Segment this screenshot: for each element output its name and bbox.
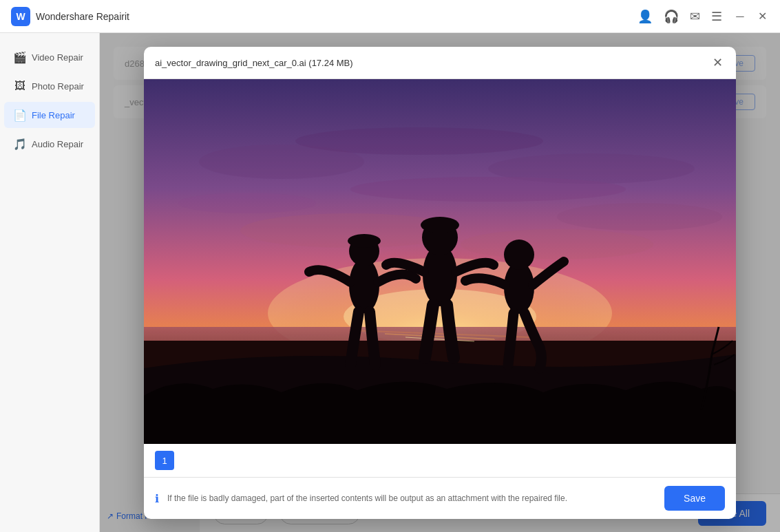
photo-repair-icon: 🖼 <box>14 80 26 92</box>
sidebar-item-audio-repair[interactable]: 🎵 Audio Repair <box>4 131 95 157</box>
app-logo: W <box>11 7 30 26</box>
modal-title: ai_vector_drawing_grid_next_car_0.ai (17… <box>155 58 353 68</box>
video-repair-icon: 🎬 <box>14 51 26 63</box>
svg-point-5 <box>178 193 316 213</box>
sidebar-item-label: File Repair <box>32 110 75 120</box>
minimize-button[interactable]: ─ <box>733 10 747 23</box>
sidebar-item-label: Photo Repair <box>32 81 84 92</box>
sunset-image <box>144 79 736 444</box>
svg-point-7 <box>557 203 722 231</box>
close-button[interactable]: ✕ <box>755 10 769 23</box>
info-icon: ℹ <box>155 492 159 505</box>
titlebar-actions: 👤 🎧 ✉ ☰ <box>637 9 722 24</box>
svg-point-6 <box>350 177 626 202</box>
svg-point-24 <box>504 240 534 270</box>
modal-info-text: If the file is badly damaged, part of th… <box>167 493 656 503</box>
account-icon[interactable]: 👤 <box>637 9 653 24</box>
audio-repair-icon: 🎵 <box>14 138 26 150</box>
app-title: Wondershare Repairit <box>36 11 637 22</box>
modal-pagination: 1 <box>144 444 736 477</box>
main-content: d26830_lose_La Save _vector_drawing_ Sav… <box>100 33 780 532</box>
svg-point-9 <box>461 229 653 259</box>
svg-point-22 <box>421 217 459 233</box>
menu-icon[interactable]: ☰ <box>711 9 722 24</box>
modal-backdrop: ai_vector_drawing_grid_next_car_0.ai (17… <box>100 33 780 532</box>
sidebar-item-label: Video Repair <box>32 52 83 63</box>
window-controls: ─ ✕ <box>733 10 769 23</box>
preview-modal: ai_vector_drawing_grid_next_car_0.ai (17… <box>144 47 736 519</box>
headset-icon[interactable]: 🎧 <box>664 9 679 24</box>
sidebar-item-label: Audio Repair <box>32 139 83 149</box>
page-1-button[interactable]: 1 <box>155 451 174 470</box>
sidebar-item-photo-repair[interactable]: 🖼 Photo Repair <box>4 73 95 99</box>
sidebar: 🎬 Video Repair 🖼 Photo Repair 📄 File Rep… <box>0 33 100 532</box>
modal-close-button[interactable]: ✕ <box>710 55 725 70</box>
file-repair-icon: 📄 <box>14 109 26 121</box>
modal-footer: ℹ If the file is badly damaged, part of … <box>144 477 736 519</box>
app-body: 🎬 Video Repair 🖼 Photo Repair 📄 File Rep… <box>0 33 780 532</box>
svg-point-3 <box>295 127 543 155</box>
svg-point-19 <box>348 234 381 248</box>
sidebar-item-video-repair[interactable]: 🎬 Video Repair <box>4 44 95 70</box>
sidebar-item-file-repair[interactable]: 📄 File Repair <box>4 102 95 128</box>
modal-image-area <box>144 79 736 444</box>
modal-header: ai_vector_drawing_grid_next_car_0.ai (17… <box>144 47 736 79</box>
titlebar: W Wondershare Repairit 👤 🎧 ✉ ☰ ─ ✕ <box>0 0 780 33</box>
modal-save-button[interactable]: Save <box>664 486 725 511</box>
mail-icon[interactable]: ✉ <box>690 9 700 24</box>
